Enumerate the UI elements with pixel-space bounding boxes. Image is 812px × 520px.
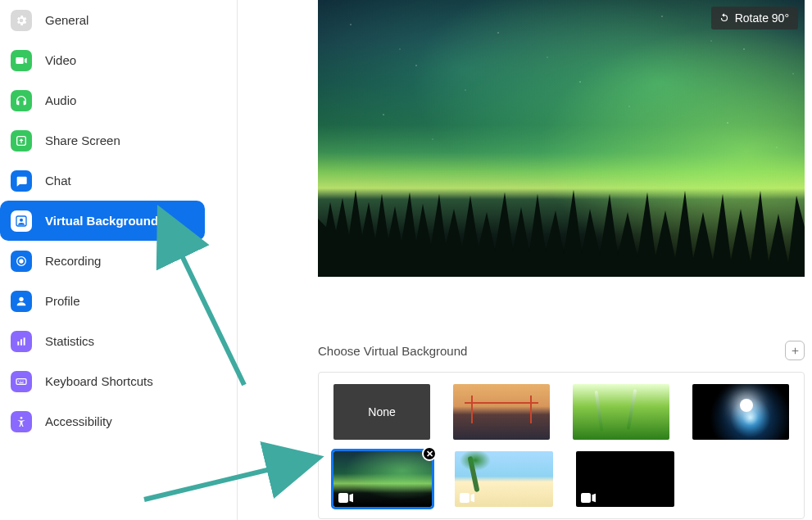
sidebar-item-general[interactable]: General (0, 0, 205, 40)
virtual-background-icon (11, 210, 32, 232)
sidebar-item-label: Virtual Background (45, 214, 158, 228)
add-background-button[interactable] (785, 341, 805, 360)
sidebar-item-chat[interactable]: Chat (0, 161, 205, 201)
sidebar-item-label: Share Screen (45, 133, 120, 147)
background-option-bridge[interactable] (453, 384, 550, 440)
svg-rect-8 (24, 337, 25, 345)
video-badge-icon (460, 493, 474, 503)
plus-icon (790, 346, 801, 356)
background-option-black[interactable] (576, 451, 674, 507)
svg-rect-13 (19, 382, 23, 383)
svg-rect-9 (16, 378, 26, 384)
background-option-earth[interactable] (692, 384, 789, 440)
remove-background-button[interactable]: ✕ (422, 446, 437, 461)
sidebar-item-label: Chat (45, 174, 71, 188)
sidebar-item-label: Statistics (45, 334, 94, 348)
sidebar-item-accessibility[interactable]: Accessibility (0, 401, 205, 441)
headphones-icon (11, 90, 32, 111)
svg-point-14 (20, 417, 23, 419)
accessibility-icon (11, 411, 32, 432)
keyboard-icon (11, 371, 32, 392)
sidebar-item-share-screen[interactable]: Share Screen (0, 120, 205, 161)
sidebar-item-video[interactable]: Video (0, 40, 205, 80)
background-option-beach[interactable] (455, 451, 553, 507)
rotate-button[interactable]: Rotate 90° (711, 7, 798, 29)
background-preview: Rotate 90° (318, 0, 805, 277)
background-option-none[interactable]: None (333, 384, 430, 440)
sidebar-item-virtual-background[interactable]: Virtual Background (0, 201, 205, 241)
sidebar-item-audio[interactable]: Audio (0, 80, 205, 120)
svg-point-12 (22, 380, 23, 381)
record-icon (11, 251, 32, 272)
sidebar-item-label: Accessibility (45, 414, 112, 428)
share-screen-icon (11, 130, 32, 151)
sidebar-item-keyboard-shortcuts[interactable]: Keyboard Shortcuts (0, 361, 205, 401)
sidebar-item-label: Recording (45, 254, 101, 268)
backgrounds-grid: None ✕ (318, 372, 805, 519)
svg-point-5 (19, 296, 23, 301)
background-option-grass[interactable] (573, 384, 669, 440)
sidebar-item-profile[interactable]: Profile (0, 281, 205, 321)
svg-point-10 (18, 380, 19, 381)
sidebar-item-label: General (45, 13, 88, 27)
svg-point-11 (20, 380, 21, 381)
svg-rect-16 (460, 493, 470, 503)
statistics-icon (11, 331, 32, 352)
main-panel: Rotate 90° Choose Virtual Background Non… (238, 0, 812, 520)
svg-point-2 (20, 218, 23, 221)
sidebar-item-label: Profile (45, 294, 80, 308)
svg-rect-17 (581, 493, 591, 503)
backgrounds-header-text: Choose Virtual Background (318, 344, 467, 358)
svg-point-4 (19, 259, 23, 263)
svg-rect-7 (20, 339, 22, 345)
video-badge-icon (581, 493, 596, 503)
video-icon (11, 50, 32, 71)
svg-rect-6 (17, 341, 19, 346)
video-badge-icon (338, 493, 353, 503)
none-label: None (368, 405, 395, 418)
rotate-icon (719, 12, 730, 24)
sidebar-item-label: Video (45, 53, 76, 67)
background-option-aurora[interactable]: ✕ (333, 451, 432, 507)
sidebar-item-statistics[interactable]: Statistics (0, 321, 205, 361)
sidebar-item-label: Keyboard Shortcuts (45, 374, 153, 388)
rotate-label: Rotate 90° (735, 11, 789, 25)
sidebar-item-recording[interactable]: Recording (0, 241, 205, 281)
settings-sidebar: General Video Audio Share Screen Chat Vi… (0, 0, 238, 520)
svg-rect-15 (338, 493, 348, 503)
chat-icon (11, 170, 32, 192)
backgrounds-header: Choose Virtual Background (318, 341, 805, 360)
sidebar-item-label: Audio (45, 93, 76, 107)
gear-icon (11, 10, 32, 31)
profile-icon (11, 291, 32, 312)
